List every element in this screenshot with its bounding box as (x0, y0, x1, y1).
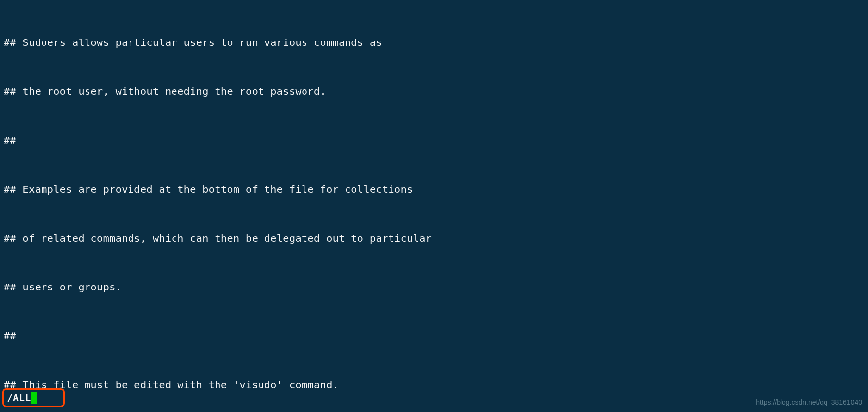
search-query: ALL (13, 390, 31, 406)
file-line: ## This file must be edited with the 'vi… (4, 377, 864, 393)
file-line: ## the root user, without needing the ro… (4, 83, 864, 100)
watermark-text: https://blog.csdn.net/qq_38161040 (756, 397, 862, 408)
file-line: ## Examples are provided at the bottom o… (4, 181, 864, 198)
search-input-container[interactable]: /ALL (2, 388, 65, 407)
file-line: ## (4, 132, 864, 149)
terminal-content: ## Sudoers allows particular users to ru… (4, 2, 864, 412)
cursor-icon (31, 392, 37, 404)
file-line: ## of related commands, which can then b… (4, 230, 864, 247)
search-prefix: / (7, 390, 13, 406)
file-line: ## users or groups. (4, 279, 864, 295)
file-line: ## (4, 328, 864, 344)
file-line: ## Sudoers allows particular users to ru… (4, 35, 864, 51)
